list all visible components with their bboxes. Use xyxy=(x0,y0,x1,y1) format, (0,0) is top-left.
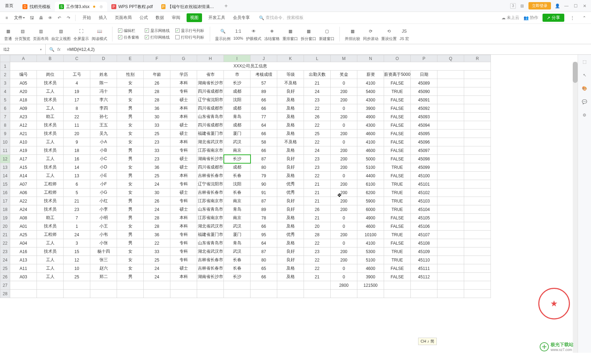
cell[interactable]: 厦门 xyxy=(224,231,251,239)
header-cell[interactable]: 日期 xyxy=(411,71,437,79)
side-pointer-icon[interactable]: ↖ xyxy=(581,72,588,79)
cell[interactable]: 23 xyxy=(64,205,90,214)
cell[interactable]: 20 xyxy=(304,222,331,231)
cell[interactable]: 本科 xyxy=(170,273,197,281)
cell[interactable]: 10 xyxy=(64,264,90,273)
cell[interactable] xyxy=(437,281,464,290)
cell[interactable]: FALSE xyxy=(384,79,411,87)
cell[interactable]: 5000 xyxy=(357,155,384,163)
cell[interactable]: A22 xyxy=(10,197,37,205)
cell[interactable]: 工程师 xyxy=(37,188,64,197)
cell[interactable]: 0 xyxy=(331,214,357,222)
cell[interactable]: 4900 xyxy=(357,214,384,222)
vertical-scrollbar[interactable] xyxy=(573,62,578,353)
spreadsheet-grid[interactable]: ABCDEFGHIJKLMNOPQR1XXX公司员工信息2编号岗位工号姓名性别年… xyxy=(0,55,578,353)
cell[interactable] xyxy=(464,290,491,298)
cell[interactable]: 技术员 xyxy=(37,197,64,205)
cell[interactable]: 男 xyxy=(117,231,144,239)
cell[interactable] xyxy=(464,130,491,138)
cell[interactable] xyxy=(224,281,251,290)
cell[interactable]: 长春 xyxy=(224,188,251,197)
header-cell[interactable]: 编号 xyxy=(10,71,37,79)
cell[interactable]: 四川省成都市 xyxy=(197,163,224,172)
cell[interactable]: 武汉 xyxy=(224,247,251,256)
cell[interactable]: 小韦 xyxy=(90,231,117,239)
cell[interactable] xyxy=(464,239,491,247)
cell[interactable]: 30 xyxy=(144,113,170,121)
sheet-title[interactable]: XXX公司员工信息 xyxy=(10,62,491,71)
cell[interactable]: FALSE xyxy=(384,113,411,121)
cell[interactable]: 90 xyxy=(251,180,277,188)
cell[interactable]: 及格 xyxy=(277,121,304,130)
cell[interactable]: A21 xyxy=(10,130,37,138)
cell[interactable] xyxy=(464,264,491,273)
cell[interactable]: 22 xyxy=(304,104,331,113)
side-chat-icon[interactable]: 💬 xyxy=(581,98,588,105)
cell[interactable]: 8 xyxy=(64,104,90,113)
cell[interactable]: 25 xyxy=(144,256,170,264)
row-header[interactable]: 21 xyxy=(0,231,10,239)
menu-tab[interactable]: 开发工具 xyxy=(207,13,227,22)
cell[interactable]: 青岛 xyxy=(224,113,251,121)
cell[interactable]: 200 xyxy=(331,256,357,264)
row-header[interactable]: 12 xyxy=(0,155,10,163)
header-cell[interactable]: 市 xyxy=(224,71,251,79)
cell[interactable]: A01 xyxy=(10,222,37,231)
cell[interactable]: 4600 xyxy=(357,146,384,155)
cell[interactable]: 66 xyxy=(251,130,277,138)
cell[interactable]: 小E xyxy=(90,172,117,180)
cell[interactable]: 硕士 xyxy=(170,96,197,104)
header-cell[interactable]: 奖金 xyxy=(331,71,357,79)
cell[interactable]: 及格 xyxy=(277,96,304,104)
cell[interactable] xyxy=(464,197,491,205)
cell[interactable]: 成都 xyxy=(224,121,251,130)
cell[interactable]: 本科 xyxy=(170,222,197,231)
cell[interactable]: 45110 xyxy=(411,256,437,264)
cell[interactable] xyxy=(464,188,491,197)
cell[interactable] xyxy=(437,138,464,146)
cell[interactable]: 66 xyxy=(251,273,277,281)
header-cell[interactable]: 学历 xyxy=(170,71,197,79)
cell[interactable]: 良好 xyxy=(277,163,304,172)
cell[interactable]: TRUE xyxy=(384,188,411,197)
cell[interactable]: 江苏省南京市 xyxy=(197,214,224,222)
cell[interactable]: 22 xyxy=(304,256,331,264)
cell[interactable]: 4300 xyxy=(357,121,384,130)
cell[interactable]: TRUE xyxy=(384,180,411,188)
cell[interactable]: 26 xyxy=(144,197,170,205)
cell[interactable]: 4100 xyxy=(357,138,384,146)
cell[interactable]: 19 xyxy=(64,87,90,96)
row-header[interactable]: 2 xyxy=(0,71,10,79)
cell[interactable] xyxy=(197,281,224,290)
cell[interactable]: 79 xyxy=(251,172,277,180)
cell[interactable] xyxy=(464,256,491,264)
cell[interactable]: 长沙 xyxy=(224,79,251,87)
cell[interactable]: 专科 xyxy=(170,146,197,155)
cell[interactable]: 及格 xyxy=(277,239,304,247)
row-header[interactable]: 9 xyxy=(0,130,10,138)
cell[interactable]: 36 xyxy=(144,104,170,113)
cell[interactable]: FALSE xyxy=(384,239,411,247)
cell[interactable]: 女 xyxy=(117,256,144,264)
ribbon-checkbox[interactable]: 编辑栏 xyxy=(118,28,139,33)
name-box[interactable]: I12▾ xyxy=(0,44,46,54)
cell[interactable]: 赵六 xyxy=(90,264,117,273)
cell[interactable]: FALSE xyxy=(384,264,411,273)
cell[interactable]: 21 xyxy=(64,197,90,205)
cell[interactable]: 女 xyxy=(117,247,144,256)
cell[interactable] xyxy=(464,113,491,121)
cell[interactable]: FALSE xyxy=(384,121,411,130)
cell[interactable]: 优秀 xyxy=(277,180,304,188)
cell[interactable]: 0 xyxy=(331,104,357,113)
column-header[interactable]: A xyxy=(10,55,37,62)
cell[interactable]: A05 xyxy=(10,79,37,87)
cell[interactable] xyxy=(437,113,464,121)
cell[interactable] xyxy=(437,180,464,188)
cell[interactable]: 吉林省长春市 xyxy=(197,256,224,264)
cell[interactable]: 南京 xyxy=(224,146,251,155)
cell[interactable]: 95 xyxy=(251,231,277,239)
header-cell[interactable]: 出勤天数 xyxy=(304,71,331,79)
cell[interactable] xyxy=(170,290,197,298)
cell[interactable]: 小A xyxy=(90,138,117,146)
cell[interactable]: 25 xyxy=(144,130,170,138)
